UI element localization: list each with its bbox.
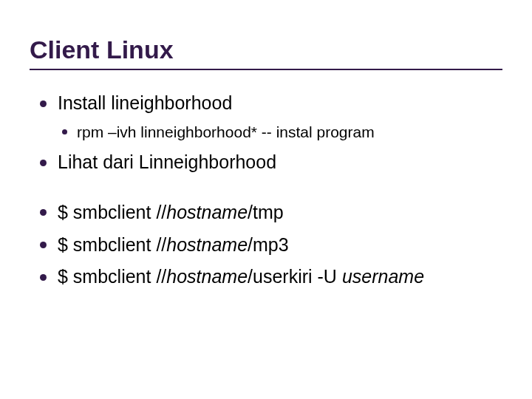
slide-title: Client Linux (30, 35, 502, 70)
bullet-smbclient-userkiri: $ smbclient //hostname/userkiri -U usern… (35, 265, 502, 290)
bullet-smbclient-mp3: $ smbclient //hostname/mp3 (35, 233, 502, 258)
cmd-post: /tmp (248, 202, 284, 222)
bullet-text: Install lineighborhood (58, 92, 232, 113)
bullet-text: Lihat dari Linneighborhood (58, 151, 276, 172)
cmd-pre: $ smbclient // (58, 202, 166, 222)
bullet-list: Install lineighborhood rpm –ivh linneigh… (30, 91, 502, 290)
cmd-post: /mp3 (248, 234, 289, 255)
bullet-smbclient-tmp: $ smbclient //hostname/tmp (35, 200, 502, 225)
sub-bullet-rpm: rpm –ivh linneighborhood* -- instal prog… (58, 122, 502, 143)
hostname: hostname (166, 202, 248, 222)
bullet-install: Install lineighborhood rpm –ivh linneigh… (35, 91, 502, 143)
spacer (35, 183, 502, 200)
cmd-pre: $ smbclient // (58, 266, 166, 287)
sub-bullet-list: rpm –ivh linneighborhood* -- instal prog… (58, 122, 502, 143)
hostname: hostname (166, 234, 248, 255)
username: username (342, 266, 424, 287)
cmd-pre: $ smbclient // (58, 234, 166, 255)
hostname: hostname (166, 266, 248, 287)
sub-bullet-text: rpm –ivh linneighborhood* -- instal prog… (77, 123, 375, 140)
bullet-lihat: Lihat dari Linneighborhood (35, 150, 502, 175)
cmd-mid: /userkiri -U (248, 266, 342, 287)
